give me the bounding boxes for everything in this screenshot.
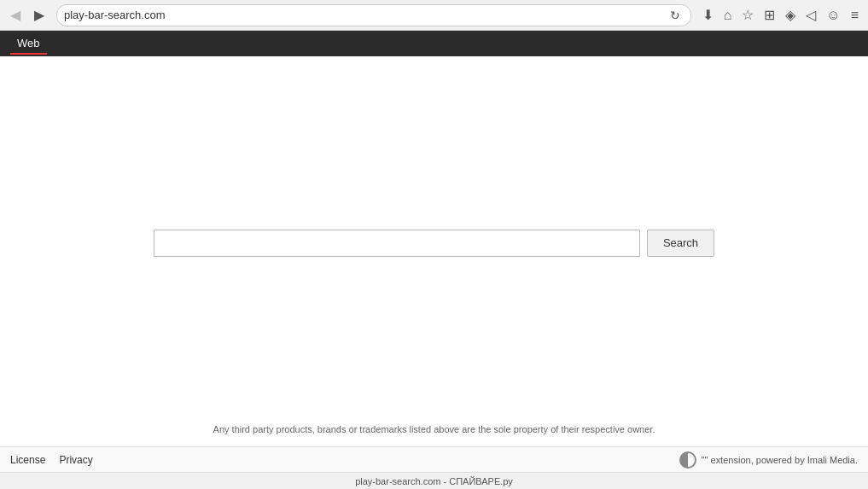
forward-button[interactable]: ▶ xyxy=(29,3,50,26)
menu-button[interactable]: ≡ xyxy=(847,4,863,26)
toolbar-icons: ⬇ ⌂ ☆ ⊞ ◈ ◁ ☺ ≡ xyxy=(698,3,863,26)
address-bar-container: ↻ xyxy=(56,4,691,26)
moon-icon xyxy=(679,451,696,469)
back-button[interactable]: ◀ xyxy=(5,3,26,26)
footer: License Privacy "" extension, powered by… xyxy=(0,446,868,472)
home-button[interactable]: ⌂ xyxy=(719,4,737,26)
emoji-button[interactable]: ☺ xyxy=(822,4,844,26)
reload-button[interactable]: ↻ xyxy=(667,9,684,22)
privacy-link[interactable]: Privacy xyxy=(59,454,92,466)
address-bar[interactable] xyxy=(64,9,667,21)
send-button[interactable]: ◁ xyxy=(801,3,820,26)
bookmark-button[interactable]: ☆ xyxy=(737,3,758,26)
nav-bar: Web xyxy=(0,31,868,56)
footer-right: "" extension, powered by Imali Media. xyxy=(679,451,858,469)
browser-toolbar: ◀ ▶ ↻ ⬇ ⌂ ☆ ⊞ ◈ ◁ ☺ ≡ xyxy=(0,0,868,31)
license-link[interactable]: License xyxy=(10,454,45,466)
page-content: Search Any third party products, brands … xyxy=(0,56,868,446)
nav-item-web[interactable]: Web xyxy=(10,33,47,55)
pocket-button[interactable]: ◈ xyxy=(781,3,800,26)
search-button[interactable]: Search xyxy=(647,230,714,257)
history-button[interactable]: ⊞ xyxy=(760,3,779,26)
status-text: play-bar-search.com - СПАЙВАРЕ.ру xyxy=(355,476,513,486)
browser-window: ◀ ▶ ↻ ⬇ ⌂ ☆ ⊞ ◈ ◁ ☺ ≡ Web Search Any thi… xyxy=(0,0,868,489)
download-button[interactable]: ⬇ xyxy=(698,3,718,26)
footer-links: License Privacy xyxy=(10,454,93,466)
search-area: Search xyxy=(154,230,714,257)
search-input[interactable] xyxy=(154,230,640,257)
extension-text: "" extension, powered by Imali Media. xyxy=(702,455,858,465)
status-bar: play-bar-search.com - СПАЙВАРЕ.ру xyxy=(0,472,868,489)
disclaimer-text: Any third party products, brands or trad… xyxy=(0,424,868,434)
